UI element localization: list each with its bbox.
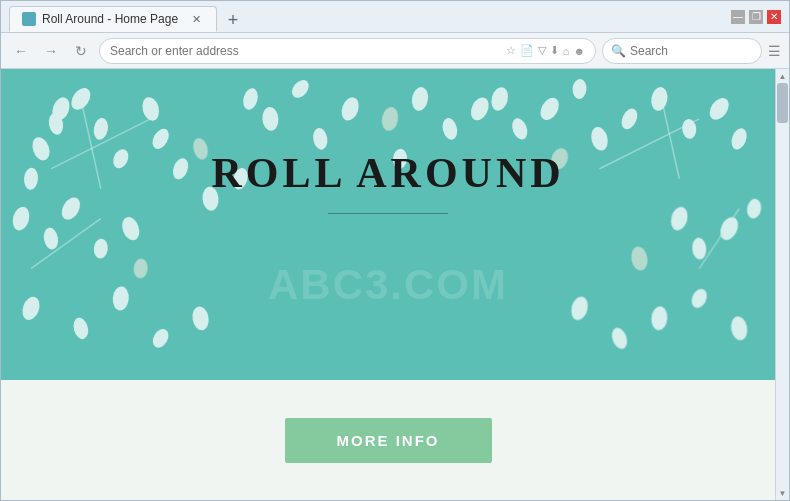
address-input[interactable] (110, 44, 502, 58)
tab-favicon (22, 12, 36, 26)
maximize-button[interactable]: ❐ (749, 10, 763, 24)
back-button[interactable]: ← (9, 39, 33, 63)
browser-window: Roll Around - Home Page ✕ + — ❐ ✕ ← → ↻ … (0, 0, 790, 501)
search-icon: 🔍 (611, 44, 626, 58)
active-tab[interactable]: Roll Around - Home Page ✕ (9, 6, 217, 32)
tab-title: Roll Around - Home Page (42, 12, 178, 26)
title-bar: Roll Around - Home Page ✕ + — ❐ ✕ (1, 1, 789, 33)
more-info-button[interactable]: MORE INFO (285, 418, 492, 463)
scroll-down-button[interactable]: ▼ (776, 486, 790, 500)
refresh-button[interactable]: ↻ (69, 39, 93, 63)
new-tab-button[interactable]: + (221, 8, 245, 32)
window-controls: — ❐ ✕ (731, 10, 781, 24)
bottom-section: MORE INFO (1, 380, 775, 500)
reader-icon[interactable]: 📄 (520, 44, 534, 57)
close-button[interactable]: ✕ (767, 10, 781, 24)
toolbar: ← → ↻ ☆ 📄 ▽ ⬇ ⌂ ☻ 🔍 ☰ (1, 33, 789, 69)
search-input[interactable] (630, 44, 780, 58)
scroll-up-button[interactable]: ▲ (776, 69, 790, 83)
hero-text-area: ROLL AROUND (211, 149, 564, 230)
scroll-track[interactable] (776, 83, 789, 486)
hero-section: abc3.com ROLL AROUND MORE INFO (1, 69, 775, 500)
hero-title: ROLL AROUND (211, 149, 564, 197)
address-bar[interactable]: ☆ 📄 ▽ ⬇ ⌂ ☻ (99, 38, 596, 64)
tab-area: Roll Around - Home Page ✕ + (9, 1, 723, 32)
bookmark-icon[interactable]: ☆ (506, 44, 516, 57)
profile-icon[interactable]: ☻ (573, 45, 585, 57)
minimize-button[interactable]: — (731, 10, 745, 24)
home-icon[interactable]: ⌂ (563, 45, 570, 57)
tab-close-button[interactable]: ✕ (188, 11, 204, 27)
scroll-thumb[interactable] (777, 83, 788, 123)
scrollbar[interactable]: ▲ ▼ (775, 69, 789, 500)
toolbar-icons: ☰ (768, 43, 781, 59)
content-area: abc3.com ROLL AROUND MORE INFO ▲ ▼ (1, 69, 789, 500)
pocket-icon[interactable]: ▽ (538, 44, 546, 57)
forward-button[interactable]: → (39, 39, 63, 63)
address-icons: ☆ 📄 ▽ ⬇ ⌂ ☻ (506, 44, 585, 57)
menu-icon[interactable]: ☰ (768, 43, 781, 59)
download-icon[interactable]: ⬇ (550, 44, 559, 57)
hero-divider (328, 213, 448, 214)
page-content: abc3.com ROLL AROUND MORE INFO (1, 69, 775, 500)
search-bar[interactable]: 🔍 (602, 38, 762, 64)
